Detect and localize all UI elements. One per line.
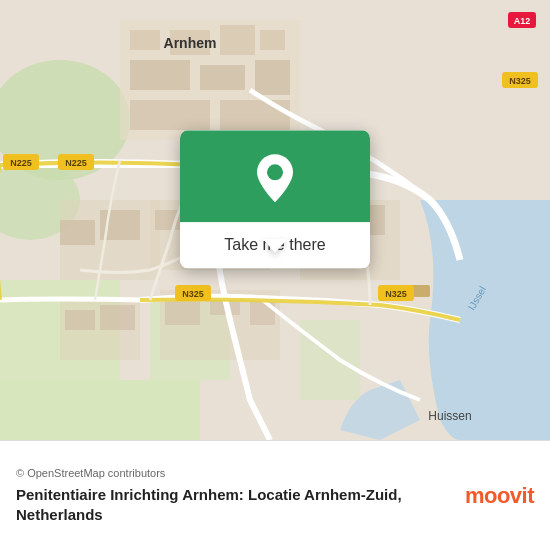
moovit-text: moovit xyxy=(465,483,534,509)
popup-tail xyxy=(263,239,287,253)
svg-text:N225: N225 xyxy=(65,158,87,168)
svg-text:N225: N225 xyxy=(10,158,32,168)
location-pin-icon xyxy=(253,152,297,204)
copyright-text: © OpenStreetMap contributors xyxy=(16,467,453,479)
svg-rect-15 xyxy=(130,100,210,130)
svg-text:Huissen: Huissen xyxy=(428,409,471,423)
svg-text:N325: N325 xyxy=(182,289,204,299)
svg-rect-8 xyxy=(130,30,160,50)
svg-rect-28 xyxy=(165,300,200,325)
svg-rect-13 xyxy=(200,65,245,90)
bottom-bar: © OpenStreetMap contributors Penitentiai… xyxy=(0,440,550,550)
svg-text:N325: N325 xyxy=(509,76,531,86)
svg-rect-6 xyxy=(300,320,360,400)
svg-rect-14 xyxy=(255,60,290,95)
svg-rect-4 xyxy=(0,380,200,440)
svg-rect-16 xyxy=(220,100,290,130)
svg-rect-25 xyxy=(65,310,95,330)
moovit-logo: moovit xyxy=(465,483,534,509)
svg-text:Arnhem: Arnhem xyxy=(164,35,217,51)
location-info: © OpenStreetMap contributors Penitentiai… xyxy=(16,467,453,524)
location-name: Penitentiaire Inrichting Arnhem: Locatie… xyxy=(16,485,453,524)
svg-rect-30 xyxy=(250,300,275,325)
svg-text:N325: N325 xyxy=(385,289,407,299)
svg-rect-18 xyxy=(60,220,95,245)
popup-green-area xyxy=(180,130,370,222)
svg-text:A12: A12 xyxy=(514,16,531,26)
svg-point-50 xyxy=(267,164,283,180)
map-container: N225 N225 A12 N325 N325 N325 Arnhem Huis… xyxy=(0,0,550,440)
svg-rect-11 xyxy=(260,30,285,50)
svg-rect-10 xyxy=(220,25,255,55)
svg-rect-12 xyxy=(130,60,190,90)
svg-rect-26 xyxy=(100,305,135,330)
